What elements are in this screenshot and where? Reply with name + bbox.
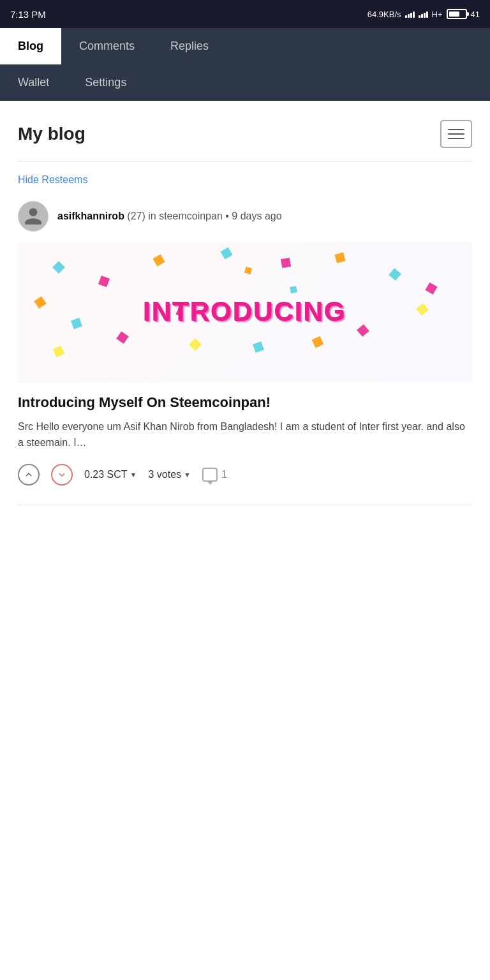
battery-icon [447,9,467,19]
menu-line-3 [448,138,464,139]
avatar-icon [23,206,43,226]
avatar [18,201,48,232]
menu-icon-button[interactable] [440,120,472,148]
upvote-button[interactable] [18,464,40,486]
post-actions: 0.23 SCT ▼ 3 votes ▼ 1 [18,464,472,486]
main-content: My blog Hide Resteems asifkhannirob (27)… [0,101,490,537]
author-reputation: (27) [127,211,145,221]
votes-label: 3 votes [148,469,181,480]
comments-number: 1 [221,469,227,480]
upvote-icon [24,470,34,480]
post-image[interactable]: INTRODUCING [18,242,472,382]
network-speed: 64.9KB/s [368,10,401,19]
menu-line-1 [448,129,464,130]
post-author-row: asifkhannirob (27) in steemcoinpan • 9 d… [18,201,472,232]
battery-level: 41 [471,10,480,19]
tab-settings[interactable]: Settings [67,64,144,101]
author-meta: in steemcoinpan • 9 days ago [148,211,281,221]
time-ago: 9 days ago [232,211,281,221]
tab-blog[interactable]: Blog [0,28,61,64]
tab-comments[interactable]: Comments [61,28,152,64]
page-title: My blog [18,124,85,144]
downvote-icon [57,470,67,480]
navigation-bar: Blog Comments Replies Wallet Settings [0,28,490,101]
author-info: asifkhannirob (27) in steemcoinpan • 9 d… [57,211,282,222]
payout-dropdown-arrow: ▼ [130,471,137,479]
votes-dropdown-arrow: ▼ [184,471,191,479]
dot-separator: • [225,211,232,221]
signal-bars-1 [405,10,415,18]
votes-count[interactable]: 3 votes ▼ [148,469,190,480]
blog-header: My blog [18,120,472,148]
in-label: in [148,211,159,221]
network-type: H+ [432,10,443,19]
payout-amount: 0.23 SCT [84,469,128,480]
confetti-area: INTRODUCING [18,242,472,382]
hide-resteems-link[interactable]: Hide Resteems [18,174,87,186]
introducing-text: INTRODUCING [144,297,346,327]
nav-row-1: Blog Comments Replies [0,28,490,64]
status-time: 7:13 PM [10,9,46,20]
divider-top [18,161,472,161]
post-title[interactable]: Introducing Myself On Steemcoinpan! [18,394,472,412]
signal-bars-2 [419,10,428,18]
author-community[interactable]: steemcoinpan [159,211,223,221]
post-excerpt: Src Hello everyone um Asif Khan Nirob fr… [18,419,472,451]
nav-row-2: Wallet Settings [0,64,490,101]
divider-bottom [18,505,472,505]
status-bar: 7:13 PM 64.9KB/s H+ 41 [0,0,490,28]
tab-wallet[interactable]: Wallet [0,64,67,101]
tab-replies[interactable]: Replies [152,28,226,64]
payout-value[interactable]: 0.23 SCT ▼ [84,469,137,480]
author-name[interactable]: asifkhannirob [57,211,124,221]
comment-bubble-icon [202,468,218,482]
comments-count[interactable]: 1 [202,468,227,482]
downvote-button[interactable] [51,464,73,486]
menu-line-2 [448,133,464,135]
status-right: 64.9KB/s H+ 41 [368,9,480,19]
